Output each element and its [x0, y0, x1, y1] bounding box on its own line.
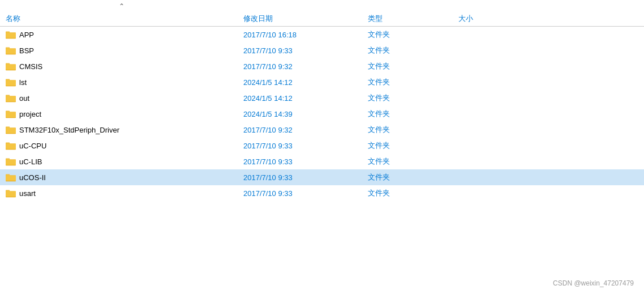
sort-up-arrow: ⌃ — [119, 2, 124, 10]
file-type: 文件夹 — [368, 172, 458, 182]
file-name: out — [0, 93, 243, 103]
file-date: 2017/7/10 9:33 — [243, 142, 368, 150]
folder-icon — [6, 157, 16, 166]
folder-icon — [6, 141, 16, 150]
file-explorer: ⌃ 名称 修改日期 类型 大小 APP 2017/7/10 16:18 文件夹 — [0, 0, 644, 294]
file-type: 文件夹 — [368, 77, 458, 87]
file-name: STM32F10x_StdPeriph_Driver — [0, 125, 243, 134]
file-name: uCOS-II — [0, 173, 243, 182]
file-name-text: out — [19, 94, 29, 103]
file-name-text: CMSIS — [19, 62, 42, 71]
file-name: BSP — [0, 46, 243, 55]
folder-icon — [6, 30, 16, 39]
table-row[interactable]: usart 2017/7/10 9:33 文件夹 — [0, 185, 644, 201]
file-type: 文件夹 — [368, 188, 458, 198]
file-name: uC-CPU — [0, 141, 243, 150]
file-date: 2024/1/5 14:12 — [243, 94, 368, 103]
file-type: 文件夹 — [368, 140, 458, 151]
col-header-name[interactable]: 名称 — [0, 14, 243, 24]
file-name: usart — [0, 189, 243, 198]
svg-rect-8 — [6, 64, 16, 70]
svg-rect-32 — [6, 191, 16, 197]
table-row[interactable]: out 2024/1/5 14:12 文件夹 — [0, 90, 644, 106]
file-date: 2024/1/5 14:12 — [243, 78, 368, 87]
sort-arrow-area: ⌃ — [0, 0, 243, 11]
file-list: APP 2017/7/10 16:18 文件夹 BSP 2017/7/10 9:… — [0, 27, 644, 201]
file-type: 文件夹 — [368, 156, 458, 167]
folder-icon — [6, 46, 16, 55]
file-type: 文件夹 — [368, 61, 458, 71]
svg-rect-2 — [6, 32, 16, 38]
svg-rect-5 — [6, 48, 16, 54]
file-name: CMSIS — [0, 62, 243, 71]
table-header: 名称 修改日期 类型 大小 — [0, 11, 644, 27]
file-date: 2017/7/10 9:33 — [243, 173, 368, 182]
folder-icon — [6, 125, 16, 134]
svg-rect-20 — [6, 127, 16, 133]
table-row[interactable]: uC-CPU 2017/7/10 9:33 文件夹 — [0, 138, 644, 154]
svg-rect-11 — [6, 80, 16, 86]
file-date: 2017/7/10 9:32 — [243, 126, 368, 134]
folder-icon — [6, 173, 16, 182]
file-name: project — [0, 109, 243, 118]
col-header-date[interactable]: 修改日期 — [243, 14, 368, 24]
col-header-type[interactable]: 类型 — [368, 14, 458, 24]
svg-rect-26 — [6, 159, 16, 165]
table-row[interactable]: uCOS-II 2017/7/10 9:33 文件夹 — [0, 169, 644, 185]
file-date: 2017/7/10 9:32 — [243, 62, 368, 71]
file-type: 文件夹 — [368, 29, 458, 40]
file-name-text: uCOS-II — [19, 173, 46, 182]
table-row[interactable]: project 2024/1/5 14:39 文件夹 — [0, 106, 644, 122]
file-date: 2017/7/10 16:18 — [243, 31, 368, 39]
watermark: CSDN @weixin_47207479 — [553, 279, 634, 287]
folder-icon — [6, 62, 16, 71]
file-name-text: usart — [19, 189, 36, 198]
file-name-text: uC-CPU — [19, 142, 46, 150]
file-date: 2017/7/10 9:33 — [243, 157, 368, 166]
file-type: 文件夹 — [368, 109, 458, 119]
folder-icon — [6, 189, 16, 198]
file-date: 2017/7/10 9:33 — [243, 189, 368, 198]
file-name: APP — [0, 30, 243, 39]
file-name: uC-LIB — [0, 157, 243, 166]
svg-rect-29 — [6, 175, 16, 181]
svg-rect-23 — [6, 143, 16, 149]
folder-icon — [6, 78, 16, 87]
svg-rect-14 — [6, 96, 16, 101]
table-row[interactable]: uC-LIB 2017/7/10 9:33 文件夹 — [0, 154, 644, 169]
file-date: 2024/1/5 14:39 — [243, 110, 368, 118]
table-row[interactable]: STM32F10x_StdPeriph_Driver 2017/7/10 9:3… — [0, 122, 644, 138]
file-name-text: STM32F10x_StdPeriph_Driver — [19, 126, 119, 134]
file-name-text: project — [19, 110, 41, 118]
file-name-text: lst — [19, 78, 27, 87]
file-name-text: APP — [19, 31, 34, 39]
file-name-text: uC-LIB — [19, 157, 42, 166]
file-type: 文件夹 — [368, 45, 458, 56]
table-row[interactable]: APP 2017/7/10 16:18 文件夹 — [0, 27, 644, 42]
folder-icon — [6, 93, 16, 103]
svg-rect-17 — [6, 112, 16, 117]
table-row[interactable]: BSP 2017/7/10 9:33 文件夹 — [0, 42, 644, 58]
table-row[interactable]: lst 2024/1/5 14:12 文件夹 — [0, 74, 644, 90]
table-row[interactable]: CMSIS 2017/7/10 9:32 文件夹 — [0, 58, 644, 74]
file-type: 文件夹 — [368, 125, 458, 135]
file-type: 文件夹 — [368, 93, 458, 103]
folder-icon — [6, 109, 16, 118]
file-name-text: BSP — [19, 46, 34, 55]
file-date: 2017/7/10 9:33 — [243, 46, 368, 55]
file-name: lst — [0, 78, 243, 87]
col-header-size[interactable]: 大小 — [458, 14, 526, 24]
